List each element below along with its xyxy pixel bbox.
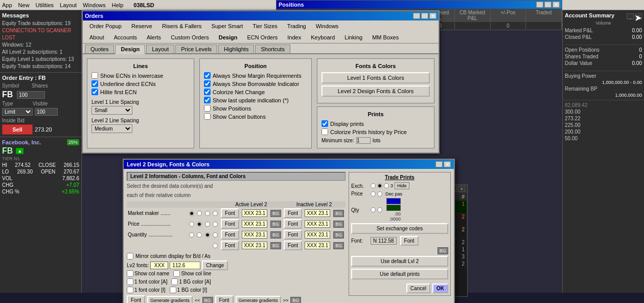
tp-qty-radio1[interactable] (371, 207, 376, 212)
borrowable-checkbox[interactable] (204, 80, 211, 87)
mm-bg-active[interactable]: BG (269, 208, 283, 219)
extra-inactive-bg-btn[interactable]: BG (333, 242, 344, 249)
price-font-btn[interactable]: Font (220, 219, 241, 229)
mm-bg-inactive[interactable]: BG (332, 208, 346, 219)
tp-price-radio2[interactable] (377, 191, 382, 197)
hilite-ecn-checkbox[interactable] (91, 89, 98, 95)
nav-tier-sizes[interactable]: Tier Sizes (248, 21, 282, 31)
nav-super-smart[interactable]: Super Smart (207, 21, 248, 31)
tp-exch-radio3[interactable] (384, 183, 389, 188)
menu-new[interactable]: New (18, 2, 30, 8)
colorize-prints-checkbox[interactable] (321, 128, 328, 135)
mm-radio3[interactable] (204, 208, 212, 219)
qty-inactive-font-btn[interactable]: Font (284, 230, 302, 240)
mm-inactive-bg-btn[interactable]: BG (333, 210, 344, 217)
price-font-inactive-btn[interactable]: Font (283, 219, 304, 229)
tab-highlights[interactable]: Highlights (218, 45, 254, 53)
price-radio4[interactable] (212, 219, 219, 229)
nav-trading[interactable]: Trading (283, 21, 311, 31)
tab-price-levels[interactable]: Price Levels (175, 45, 217, 53)
tp-bg-btn[interactable]: BG (438, 247, 448, 254)
nav-accounts[interactable]: Accounts (109, 33, 142, 42)
nav-keyboard[interactable]: Keyboard (306, 33, 339, 42)
account-minimize[interactable]: _ (627, 13, 634, 19)
lvl2-minimize-btn[interactable]: _ (435, 161, 443, 167)
mm-active-font-btn[interactable]: Font (221, 208, 239, 218)
positions-maximize[interactable]: □ (544, 2, 551, 8)
show-positions-checkbox[interactable] (204, 105, 211, 112)
qty-font-btn[interactable]: Font (220, 229, 241, 240)
extra-radio4[interactable] (212, 240, 219, 251)
shares-input[interactable] (17, 91, 45, 99)
generate-gradients-btn2[interactable]: Generate gradients (236, 296, 281, 304)
show-cancel-checkbox[interactable] (204, 113, 211, 120)
tp-ok-btn[interactable]: OK (432, 284, 448, 293)
qty-font-inactive-btn[interactable]: Font (283, 229, 304, 240)
price-active-bg-btn[interactable]: BG (270, 221, 281, 228)
price-inactive-bg-btn[interactable]: BG (333, 221, 344, 228)
show-col-line-checkbox[interactable] (173, 270, 180, 277)
font-btn-bottom[interactable]: Font (127, 295, 145, 303)
font-color-1a-checkbox[interactable] (127, 278, 133, 285)
tp-price-radio1[interactable] (371, 191, 376, 197)
qty-active-font-btn[interactable]: Font (221, 230, 239, 240)
show-ecns-checkbox[interactable] (91, 72, 98, 79)
nav-reserve[interactable]: Reserve (127, 21, 157, 31)
menu-layout[interactable]: Layout (60, 2, 77, 8)
last-update-checkbox[interactable] (204, 97, 211, 103)
price-radio2[interactable] (196, 219, 203, 229)
qty-radio2[interactable] (196, 229, 203, 240)
font-btn-bottom2[interactable]: Font (215, 295, 234, 303)
bg-color-1a-checkbox[interactable] (171, 278, 178, 285)
positions-minimize[interactable]: _ (536, 2, 543, 8)
nav-alerts[interactable]: Alerts (142, 33, 166, 42)
underline-ecns-checkbox[interactable] (91, 80, 98, 87)
tab-layout[interactable]: Layout (146, 45, 174, 53)
show-col-name-checkbox[interactable] (127, 270, 133, 277)
sell-button[interactable]: Sell (2, 124, 33, 135)
lv2-change-btn[interactable]: Change (202, 261, 228, 270)
settings-maximize-btn[interactable]: □ (421, 13, 428, 19)
extra-inactive-font-btn[interactable]: Font (284, 241, 302, 250)
mirror-checkbox[interactable] (127, 253, 133, 259)
mm-radio1[interactable] (188, 208, 196, 219)
min-size-input[interactable] (356, 137, 371, 144)
tab-design[interactable]: Design (115, 45, 145, 54)
price-bg-inactive[interactable]: BG (332, 219, 346, 229)
menu-utilities[interactable]: Utilities (36, 2, 54, 8)
level2-close-btn[interactable]: ✕ (458, 186, 465, 192)
lvl2-close-btn[interactable]: ✕ (444, 161, 451, 167)
price-radio3[interactable] (204, 219, 212, 229)
tp-font-btn[interactable]: Font (400, 236, 419, 246)
settings-minimize-btn[interactable]: _ (413, 13, 420, 19)
nav-windows[interactable]: Windows (311, 21, 343, 31)
tp-hide-btn[interactable]: Hide (395, 182, 409, 189)
extra-font-btn[interactable]: Font (220, 240, 241, 251)
menu-windows[interactable]: Windows (83, 2, 106, 8)
qty-bg-inactive[interactable]: BG (332, 229, 346, 240)
tp-cancel-btn[interactable]: Cancel (406, 284, 430, 293)
level1-fonts-btn[interactable]: Level 1 Fonts & Colors (321, 72, 430, 83)
menu-help[interactable]: Help (112, 2, 124, 8)
mm-font-inactive-btn[interactable]: Font (283, 208, 304, 219)
price-active-font-btn[interactable]: Font (221, 219, 239, 229)
level2-fonts-btn[interactable]: Level 2 Design Fonts & Colors (321, 85, 430, 97)
mm-font-btn[interactable]: Font (220, 208, 241, 219)
tp-exch-radio1[interactable] (371, 183, 376, 188)
qty-radio1[interactable] (188, 229, 196, 240)
bg-color-1i-checkbox[interactable] (170, 287, 176, 293)
mm-active-bg-btn[interactable]: BG (270, 210, 281, 217)
menu-app[interactable]: App (2, 2, 12, 8)
qty-active-bg-btn[interactable]: BG (270, 231, 281, 239)
price-inactive-font-btn[interactable]: Font (284, 219, 302, 229)
visible-input[interactable] (35, 108, 58, 116)
price-bg-active[interactable]: BG (269, 219, 283, 229)
mm-radio4[interactable] (212, 208, 219, 219)
level2-spacing-select[interactable]: Small Medium Large (91, 124, 132, 133)
mm-inactive-font-btn[interactable]: Font (284, 208, 302, 218)
price-radio1[interactable] (188, 219, 196, 229)
nav-index[interactable]: Index (283, 33, 306, 42)
nav-mm-boxes[interactable]: MM Boxes (367, 33, 403, 42)
extra-font-inactive-btn[interactable]: Font (283, 240, 304, 251)
bg-btn-bottom2[interactable]: BG (290, 297, 301, 304)
